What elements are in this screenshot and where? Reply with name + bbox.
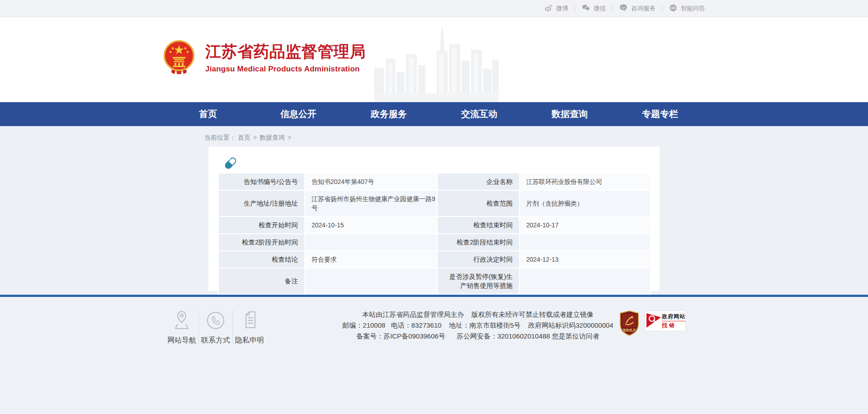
row-value: 江苏联环药业股份有限公司 [519,173,651,190]
topbar: 微博微信咨询服务智能问答 [0,0,868,17]
consult-chat-icon [619,3,628,14]
topbar-separator [575,5,575,12]
row-value: 2024-10-15 [305,216,437,234]
row-label: 检查2阶段开始时间 [218,234,305,251]
row-label: 告知书编号/公告号 [218,173,305,190]
nav-item-3[interactable]: 交流互动 [434,102,524,126]
content-area: 当前位置： 首页>数据查询> 告知书编号/公告号告知书2024年第407号企业名… [0,126,868,295]
row-label: 企业名称 [437,173,519,190]
row-value: 告知书2024年第407号 [305,173,437,190]
row-value [519,268,651,294]
footer-line: 本站由江苏省药品监督管理局主办 版权所有未经许可禁止转载或者建立镜像 [342,309,613,320]
city-skyline-graphic [374,24,499,102]
site-header: 江苏省药品监督管理局 Jiangsu Medical Products Admi… [0,17,868,102]
row-value [305,268,437,294]
robot-qa-icon [669,3,678,14]
table-row: 备注是否涉及暂停(恢复)生产销售使用等措施 [218,268,651,294]
main-nav: 首页信息公开政务服务交流互动数据查询专题专栏 [0,102,868,126]
topbar-link-wechat[interactable]: 微信 [581,3,606,14]
breadcrumb-link[interactable]: 首页 [238,134,250,141]
breadcrumb: 当前位置： 首页>数据查询> [163,126,705,144]
breadcrumb-link[interactable]: 数据查询 [259,134,285,141]
weibo-icon [544,3,553,14]
row-label: 备注 [218,268,305,294]
row-label: 检查范围 [437,190,519,216]
map-pin-icon [165,309,198,330]
wechat-icon [581,3,590,14]
site-error-report-badge[interactable]: 政府网站 找错 [644,310,686,331]
magnifier-flag-icon [646,313,661,330]
row-label: 检查结束时间 [437,216,519,234]
row-label: 检查2阶段结束时间 [437,234,519,251]
footer-link-map-pin[interactable]: 网站导航 [165,309,198,345]
row-value [519,234,651,251]
row-value: 江苏省扬州市扬州生物健康产业园健康一路9号 [305,190,437,216]
row-label: 行政决定时间 [437,251,519,268]
nav-item-0[interactable]: 首页 [163,102,253,126]
national-emblem [163,40,195,74]
breadcrumb-prefix: 当前位置： [204,134,236,141]
row-label: 生产地址/注册地址 [218,190,305,216]
table-row: 检查开始时间2024-10-15检查结束时间2024-10-17 [218,216,651,234]
site-title: 江苏省药品监督管理局 [205,41,366,62]
footer-line: 备案号：苏ICP备09039606号 苏公网安备：32010602010488 … [342,331,613,342]
party-gov-badge[interactable]: 党政机关 [619,310,640,336]
row-value: 符合要求 [305,251,437,268]
detail-card: 告知书编号/公告号告知书2024年第407号企业名称江苏联环药业股份有限公司生产… [208,146,660,292]
table-row: 检查2阶段开始时间检查2阶段结束时间 [218,234,651,251]
phone-icon [199,309,232,330]
nav-item-2[interactable]: 政务服务 [344,102,434,126]
row-label: 是否涉及暂停(恢复)生产销售使用等措施 [437,268,519,294]
topbar-separator [612,5,613,12]
document-icon [233,309,266,330]
row-value [305,234,437,251]
nav-item-4[interactable]: 数据查询 [524,102,615,126]
topbar-link-robot-qa[interactable]: 智能问答 [669,3,705,14]
row-label: 检查结论 [218,251,305,268]
footer-line: 邮编：210008 电话：83273610 地址：南京市鼓楼街5号 政府网站标识… [342,320,613,331]
table-row: 生产地址/注册地址江苏省扬州市扬州生物健康产业园健康一路9号检查范围片剂（含抗肿… [218,190,651,216]
topbar-link-weibo[interactable]: 微博 [544,3,568,14]
pill-icon [223,155,238,171]
site-subtitle: Jiangsu Medical Products Administration [205,65,366,74]
row-value: 片剂（含抗肿瘤类） [519,190,651,216]
nav-item-1[interactable]: 信息公开 [253,102,344,126]
table-row: 检查结论符合要求行政决定时间2024-12-13 [218,251,651,268]
topbar-links: 微博微信咨询服务智能问答 [163,0,705,17]
footer: 网站导航联系方式隐私申明 本站由江苏省药品监督管理局主办 版权所有未经许可禁止转… [0,295,868,414]
svg-text:党政机关: 党政机关 [622,328,637,332]
row-label: 检查开始时间 [218,216,305,234]
topbar-separator [662,5,662,12]
topbar-link-consult-chat[interactable]: 咨询服务 [619,3,656,14]
row-value: 2024-12-13 [519,251,651,268]
footer-link-document[interactable]: 隐私申明 [233,309,266,345]
footer-text: 本站由江苏省药品监督管理局主办 版权所有未经许可禁止转载或者建立镜像邮编：210… [342,309,613,345]
nav-item-5[interactable]: 专题专栏 [615,102,705,126]
detail-table: 告知书编号/公告号告知书2024年第407号企业名称江苏联环药业股份有限公司生产… [218,173,651,295]
footer-link-phone[interactable]: 联系方式 [199,309,232,345]
row-value: 2024-10-17 [519,216,651,234]
table-row: 告知书编号/公告号告知书2024年第407号企业名称江苏联环药业股份有限公司 [218,173,651,190]
